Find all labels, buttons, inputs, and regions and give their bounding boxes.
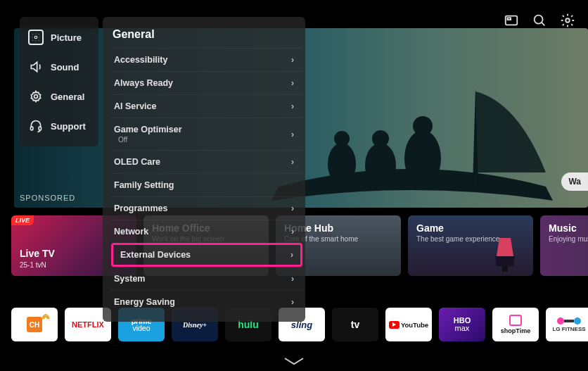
category-general[interactable]: General [27,82,89,111]
item-label: Always Ready [114,78,173,88]
settings-item-network[interactable]: Network › [111,220,302,243]
svg-point-2 [535,15,543,24]
category-label: Sound [51,62,79,73]
svg-line-3 [542,23,544,25]
youtube-play-icon [389,321,400,329]
category-label: Support [51,121,86,132]
gaming-chair-icon [484,231,526,273]
card-title: Music [549,222,588,234]
app-label: shopTime [501,327,530,334]
svg-point-10 [413,116,433,136]
svg-rect-15 [502,266,508,272]
settings-item-game-optimiser[interactable]: Game Optimiser Off › [111,118,302,150]
app-label: YouTube [401,321,428,329]
category-label: Picture [51,32,82,43]
settings-subpanel: General Accessibility › Always Ready › A… [103,17,305,322]
app-apple-tv[interactable]: tv [332,308,378,341]
item-label: Family Setting [114,180,174,190]
svg-point-11 [34,36,37,39]
chevron-right-icon: › [291,157,294,167]
app-label-bottom: max [455,324,470,332]
item-label: Network [114,227,148,237]
top-bar [504,13,575,28]
svg-point-12 [34,95,38,99]
settings-item-energy-saving[interactable]: Energy Saving › [111,290,302,313]
chevron-right-icon: › [291,227,294,237]
app-hbo-max[interactable]: HBOmax [439,308,485,341]
svg-point-6 [334,131,350,146]
svg-point-5 [328,143,356,185]
dashboard-icon[interactable] [504,13,519,28]
chevron-right-icon: › [290,250,293,260]
support-icon [28,118,44,134]
svg-point-7 [365,143,396,188]
svg-rect-1 [508,18,511,20]
svg-point-9 [404,130,441,187]
settings-item-programmes[interactable]: Programmes › [111,196,302,220]
chevron-right-icon: › [291,130,294,139]
settings-categories: Picture Sound General Support [20,17,98,146]
chevron-right-icon: › [291,297,294,307]
settings-item-external-devices[interactable]: External Devices › [111,243,302,267]
app-label: LG FITNESS [552,326,585,332]
brightness-icon [28,30,44,45]
chevron-right-icon: › [291,203,294,213]
svg-rect-14 [39,127,41,130]
app-shop-time[interactable]: shopTime [492,308,539,341]
svg-rect-13 [31,127,33,130]
card-music[interactable]: Music Enjoying music on TV [540,215,588,276]
shopping-bag-icon [509,315,522,326]
item-label: Accessibility [114,55,167,65]
svg-point-4 [565,18,570,23]
settings-item-accessibility[interactable]: Accessibility › [111,48,302,71]
sound-icon [28,59,44,75]
item-label: AI Service [114,101,156,111]
app-label: Disney+ [183,321,207,329]
item-label: OLED Care [114,157,160,167]
category-support[interactable]: Support [27,111,89,141]
category-sound[interactable]: Sound [27,52,89,82]
app-youtube[interactable]: YouTube [385,308,432,341]
subpanel-title: General [111,25,302,48]
item-label: Programmes [114,203,167,213]
item-label: System [114,274,145,284]
chevron-right-icon: › [291,274,294,284]
item-label: External Devices [120,250,191,260]
settings-icon[interactable] [560,13,575,28]
watch-now-button[interactable]: Wa [561,172,588,191]
dumbbell-icon [557,317,581,325]
card-game[interactable]: Game The best game experience [408,215,533,276]
settings-item-always-ready[interactable]: Always Ready › [111,71,302,94]
gear-icon [28,89,44,104]
app-label-bottom: video [132,325,150,332]
item-sublabel: Off [118,136,182,144]
settings-item-family-setting[interactable]: Family Setting [111,173,302,196]
settings-overlay: Picture Sound General Support General Ac… [20,17,305,322]
chevron-right-icon: › [291,78,294,88]
settings-item-system[interactable]: System › [111,267,302,290]
app-lg-fitness[interactable]: LG FITNESS [546,308,588,341]
search-icon[interactable] [532,13,547,28]
card-subtitle: Enjoying music on TV [549,235,588,243]
category-picture[interactable]: Picture [27,23,89,52]
category-label: General [51,92,84,102]
chevron-right-icon: › [291,55,294,65]
item-label: Game Optimiser Off [114,125,182,144]
app-label: tv [351,319,359,330]
item-label: Energy Saving [114,297,175,307]
expand-down-chevron-icon[interactable] [282,356,306,367]
chevron-right-icon: › [291,101,294,111]
settings-item-ai-service[interactable]: AI Service › [111,94,302,118]
hero-artwork [264,60,560,208]
settings-item-oled-care[interactable]: OLED Care › [111,150,302,173]
svg-point-8 [372,130,389,147]
